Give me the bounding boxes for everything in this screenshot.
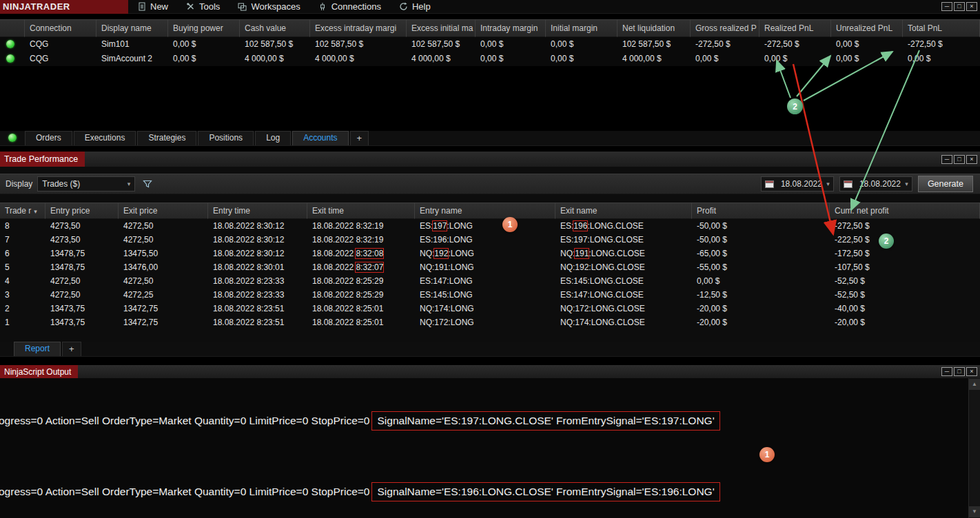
maximize-button[interactable]: □ [954,155,965,164]
account-cell: CQG [25,37,96,52]
filter-button[interactable] [143,179,152,189]
column-header-cum-net-profit[interactable]: Cum. net profit [830,203,980,219]
menu-item-new[interactable]: New [128,0,177,14]
account-cell: -272,50 $ [691,37,759,52]
column-header-intraday-margin[interactable]: Intraday margin [476,19,546,37]
column-header-exit-time[interactable]: Exit time [307,203,415,219]
add-tab-button[interactable]: + [62,342,81,356]
column-header-initial-margin[interactable]: Initial margin [546,19,617,37]
trade-cell: NQ:172:LONG [415,315,555,329]
connection-status-cell [0,37,25,52]
tab-accounts[interactable]: Accounts [292,131,348,145]
column-header-excess-initial-ma[interactable]: Excess initial ma [407,19,476,37]
menu-item-connections[interactable]: Connections [309,0,390,14]
trade-performance-titlebar[interactable]: Trade Performance ─□× [0,152,980,167]
date-to-picker[interactable]: 18.08.2022 ▾ [839,176,912,191]
trade-row[interactable]: 34272,504272,2518.08.2022 8:23:3318.08.2… [0,288,980,302]
date-from-picker[interactable]: 18.08.2022 ▾ [761,176,834,191]
trade-cell: 13473,75 [45,315,119,329]
trade-cell: 0,00 $ [692,274,830,288]
workspace-tab-bar: OrdersExecutionsStrategiesPositionsLogAc… [0,131,980,146]
maximize-button[interactable]: □ [954,2,965,11]
add-tab-button[interactable]: + [350,131,369,145]
column-header-display-name[interactable]: Display name [96,19,168,37]
column-header-cash-value[interactable]: Cash value [240,19,310,37]
column-header-entry-name[interactable]: Entry name [415,203,555,219]
column-header-total-pnl[interactable]: Total PnL [903,19,980,37]
trade-row[interactable]: 44272,504272,5018.08.2022 8:23:3318.08.2… [0,274,980,288]
trade-cell: -12,50 $ [692,288,830,302]
output-text: ogress=0 Action=Sell OrderType=Market Qu… [0,415,369,427]
close-button[interactable]: × [966,2,977,11]
tab-positions[interactable]: Positions [198,131,254,145]
column-header-unrealized-pnl[interactable]: Unrealized PnL [831,19,903,37]
minimize-button[interactable]: ─ [941,367,952,376]
generate-button[interactable]: Generate [918,176,973,192]
scroll-up-button[interactable]: ▲ [969,379,980,390]
column-header-exit-name[interactable]: Exit name [555,203,692,219]
highlight-box: 192 [434,249,448,258]
scroll-down-button[interactable]: ▼ [969,506,980,517]
ninjascript-output-titlebar[interactable]: NinjaScript Output ─□× [0,365,980,378]
trade-cell: 4273,50 [45,219,119,233]
trade-cell: 4272,50 [119,233,208,247]
minimize-button[interactable]: ─ [941,2,952,11]
column-header-profit[interactable]: Profit [692,203,830,219]
account-cell: -272,50 $ [903,37,980,52]
trade-cell: 1 [0,315,45,329]
trade-cell: -107,50 $ [830,260,980,274]
trade-row[interactable]: 74273,504272,5018.08.2022 8:30:1218.08.2… [0,233,980,247]
close-button[interactable]: × [966,367,977,376]
tab-log[interactable]: Log [255,131,291,145]
tab-report[interactable]: Report [14,342,61,356]
account-cell: 0,00 $ [903,52,980,66]
calendar-icon [844,180,853,188]
account-cell: 0,00 $ [476,52,546,66]
tab-executions[interactable]: Executions [74,131,136,145]
trade-row[interactable]: 213473,7513472,7518.08.2022 8:23:5118.08… [0,302,980,315]
trade-cell: 13478,75 [45,260,119,274]
trade-cell: 18.08.2022 8:30:01 [208,260,307,274]
column-header-entry-price[interactable]: Entry price [45,203,119,219]
column-header-buying-power[interactable]: Buying power [168,19,240,37]
maximize-button[interactable]: □ [954,367,965,376]
chevron-down-icon: ▾ [905,180,908,187]
account-row[interactable]: CQGSim1010,00 $102 587,50 $102 587,50 $1… [0,37,980,52]
trade-cell: 18.08.2022 8:32:19 [307,233,415,247]
trade-row[interactable]: 613478,7513475,5018.08.2022 8:30:1218.08… [0,247,980,260]
vertical-scrollbar[interactable]: ▲ ▼ [968,378,980,518]
column-header-trade-r[interactable]: Trade r▾ [0,203,45,219]
menu-item-tools[interactable]: Tools [177,0,229,14]
trade-cell: 7 [0,233,45,247]
trade-cell: 13473,75 [45,302,119,315]
column-header-realized-pnl[interactable]: Realized PnL [759,19,831,37]
column-header-excess-intraday-margi[interactable]: Excess intraday margi [310,19,407,37]
trade-cell: NQ:192:LONG [415,247,555,260]
menu-item-workspaces[interactable]: Workspaces [229,0,309,14]
column-header-net-liquidation[interactable]: Net liquidation [617,19,691,37]
ninjascript-output-window-controls: ─□× [941,367,980,376]
highlight-box: 8:32:07 [356,262,383,272]
column-header-entry-time[interactable]: Entry time [208,203,307,219]
trade-cell: -20,00 $ [830,315,980,329]
trade-cell: 4272,50 [119,219,208,233]
tab-strategies[interactable]: Strategies [137,131,196,145]
column-header-gross-realized-p[interactable]: Gross realized P [691,19,759,37]
tab-orders[interactable]: Orders [25,131,72,145]
account-cell: 4 000,00 $ [310,52,407,66]
trade-row[interactable]: 113473,7513472,7518.08.2022 8:23:5118.08… [0,315,980,329]
column-header-exit-price[interactable]: Exit price [119,203,208,219]
menu-item-help[interactable]: Help [390,0,440,14]
column-header-connection[interactable]: Connection [25,19,96,37]
close-button[interactable]: × [966,155,977,164]
trade-cell: 18.08.2022 8:30:12 [208,247,307,260]
trade-cell: 4 [0,274,45,288]
trade-row[interactable]: 513478,7513476,0018.08.2022 8:30:0118.08… [0,260,980,274]
minimize-button[interactable]: ─ [941,155,952,164]
trade-cell: NQ:172:LONG.CLOSE [555,302,692,315]
account-row[interactable]: CQGSimAccount 20,00 $4 000,00 $4 000,00 … [0,52,980,66]
report-tabs: Report+ [14,342,83,356]
trade-row[interactable]: 84273,504272,5018.08.2022 8:30:1218.08.2… [0,219,980,233]
display-mode-select[interactable]: Trades ($) ▾ [37,176,135,191]
trade-cell: NQ:192:LONG.CLOSE [555,260,692,274]
